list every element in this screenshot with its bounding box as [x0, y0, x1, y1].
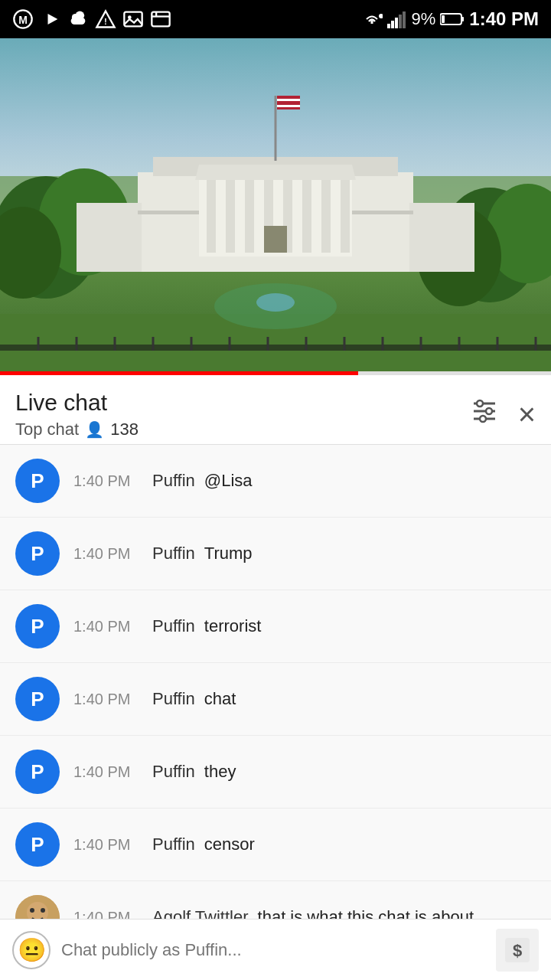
chat-message-row[interactable]: P1:40 PMPuffinterrorist — [0, 590, 551, 663]
chat-header-left: Live chat Top chat 👤 138 — [15, 389, 139, 439]
svg-point-75 — [486, 408, 492, 414]
message-content: 1:40 PMPuffinterrorist — [73, 616, 536, 636]
message-time: 1:40 PM — [73, 545, 146, 563]
signal-icon — [387, 10, 407, 28]
chat-message-row[interactable]: P1:40 PMPuffinTrump — [0, 518, 551, 590]
cloud-icon — [67, 8, 89, 30]
svg-marker-43 — [195, 165, 356, 180]
svg-rect-16 — [395, 18, 398, 28]
top-chat-label[interactable]: Top chat — [15, 420, 79, 439]
svg-rect-8 — [124, 12, 142, 27]
chat-subtitle: Top chat 👤 138 — [15, 420, 139, 439]
battery-percent: 9% — [412, 9, 436, 29]
avatar: P — [15, 677, 60, 721]
message-text: @Lisa — [204, 471, 253, 491]
message-author: Puffin — [152, 689, 195, 709]
avatar: P — [15, 531, 60, 576]
message-content: 1:40 PMPuffincensor — [73, 835, 536, 854]
chat-message-row[interactable]: P1:40 PMPuffin@Lisa — [0, 445, 551, 518]
chat-header: Live chat Top chat 👤 138 — [0, 375, 551, 444]
message-time: 1:40 PM — [73, 763, 146, 781]
svg-point-13 — [379, 14, 383, 18]
video-progress-fill — [0, 371, 358, 375]
status-bar-notifications: M ! — [12, 8, 171, 30]
message-author: Puffin — [152, 616, 195, 636]
svg-rect-40 — [302, 180, 311, 253]
message-content: 1:40 PMPuffin@Lisa — [73, 471, 536, 491]
chat-title: Live chat — [15, 389, 139, 416]
svg-rect-51 — [277, 99, 300, 101]
avatar: P — [15, 822, 60, 867]
video-progress-bar[interactable] — [0, 371, 551, 375]
svg-marker-2 — [48, 14, 58, 24]
video-scene — [0, 38, 551, 375]
chat-panel: Live chat Top chat 👤 138 — [0, 375, 551, 980]
youtube-icon — [40, 8, 61, 30]
message-author: Puffin — [152, 762, 195, 782]
filter-icon[interactable] — [469, 396, 500, 433]
viewer-icon: 👤 — [85, 420, 104, 439]
message-text: censor — [204, 835, 255, 854]
svg-rect-56 — [0, 345, 551, 351]
svg-text:M: M — [18, 14, 28, 26]
message-content: 1:40 PMPuffinTrump — [73, 544, 536, 564]
svg-rect-41 — [321, 180, 331, 253]
wifi-icon — [361, 10, 383, 28]
battery-icon — [440, 12, 465, 26]
chat-input[interactable] — [61, 931, 485, 969]
svg-rect-18 — [403, 11, 406, 28]
svg-point-5 — [76, 11, 85, 21]
svg-rect-21 — [442, 15, 445, 23]
message-author: Puffin — [152, 471, 195, 491]
message-time: 1:40 PM — [73, 618, 146, 635]
svg-rect-48 — [352, 211, 413, 214]
avatar: P — [15, 750, 60, 794]
send-icon: $ — [504, 936, 531, 964]
svg-rect-46 — [409, 203, 474, 272]
svg-rect-35 — [207, 180, 216, 253]
video-player[interactable] — [0, 38, 551, 375]
chat-messages: P1:40 PMPuffin@LisaP1:40 PMPuffinTrumpP1… — [0, 445, 551, 980]
send-button[interactable]: $ — [496, 929, 539, 972]
message-text: terrorist — [204, 616, 262, 636]
svg-point-74 — [477, 400, 483, 407]
viewer-count: 138 — [110, 420, 139, 439]
svg-text:$: $ — [513, 941, 522, 960]
chat-message-row[interactable]: P1:40 PMPuffinchat — [0, 663, 551, 736]
svg-point-80 — [30, 908, 34, 913]
svg-rect-10 — [152, 12, 169, 27]
message-time: 1:40 PM — [73, 836, 146, 854]
status-time: 1:40 PM — [469, 8, 539, 30]
message-text: they — [204, 762, 236, 782]
browser-icon — [150, 8, 171, 30]
svg-rect-52 — [277, 102, 300, 104]
avatar: P — [15, 459, 60, 503]
svg-rect-44 — [264, 226, 287, 253]
svg-rect-15 — [391, 21, 394, 28]
svg-rect-36 — [226, 180, 235, 253]
svg-rect-47 — [138, 211, 199, 214]
close-icon[interactable]: × — [518, 399, 536, 430]
svg-text:!: ! — [104, 16, 107, 26]
avatar: P — [15, 604, 60, 648]
svg-point-55 — [256, 293, 295, 312]
svg-rect-17 — [399, 15, 402, 28]
chat-input-bar: 😐 $ — [0, 919, 551, 980]
svg-rect-53 — [277, 105, 300, 107]
status-bar-system: 9% 1:40 PM — [361, 8, 540, 30]
warning-icon: ! — [95, 8, 116, 30]
emoji-button[interactable]: 😐 — [12, 931, 51, 969]
svg-point-81 — [41, 908, 45, 913]
chat-message-row[interactable]: P1:40 PMPuffincensor — [0, 808, 551, 881]
svg-rect-20 — [461, 17, 464, 21]
status-bar: M ! 9% 1:40 PM — [0, 0, 551, 38]
message-author: Puffin — [152, 835, 195, 854]
svg-rect-42 — [341, 180, 350, 253]
svg-rect-37 — [245, 180, 254, 253]
message-author: Puffin — [152, 544, 195, 564]
message-text: Trump — [204, 544, 253, 564]
motorola-icon: M — [12, 8, 34, 30]
message-time: 1:40 PM — [73, 691, 146, 708]
message-time: 1:40 PM — [73, 472, 146, 490]
chat-message-row[interactable]: P1:40 PMPuffinthey — [0, 736, 551, 808]
